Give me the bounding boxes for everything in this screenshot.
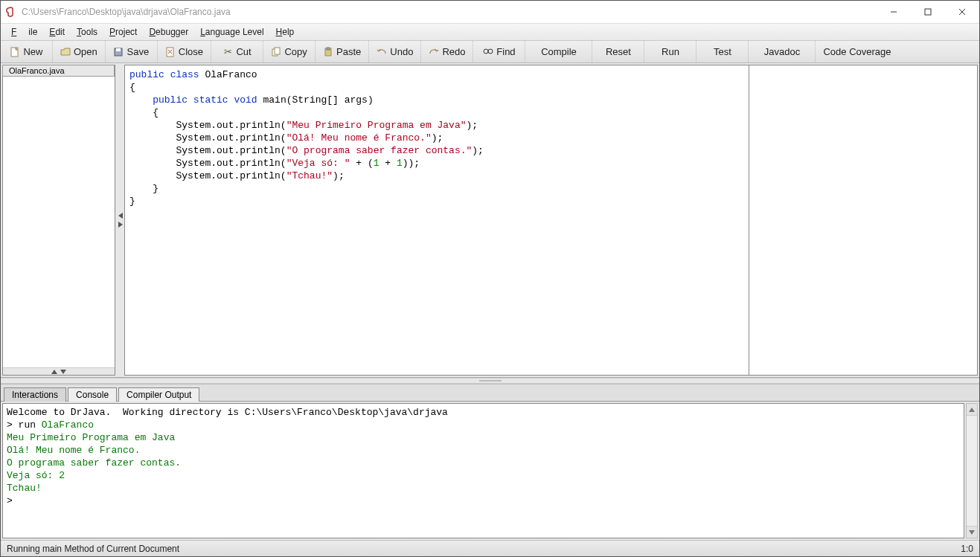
menubar: File Edit Tools Project Debugger Languag… [1, 23, 979, 41]
editor-gutter-right [749, 65, 978, 376]
menu-tools[interactable]: Tools [71, 27, 103, 37]
coverage-button[interactable]: Code Coverage [816, 41, 898, 62]
horizontal-splitter[interactable] [1, 378, 979, 384]
reset-button[interactable]: Reset [592, 41, 644, 62]
scroll-up-icon[interactable] [967, 404, 977, 416]
file-list-pane: OlaFranco.java [2, 65, 115, 376]
bottom-panel: Interactions Console Compiler Output Wel… [1, 384, 979, 540]
test-label: Test [714, 46, 731, 57]
menu-help[interactable]: Help [270, 27, 301, 37]
cut-icon: ✂ [222, 47, 233, 57]
svg-rect-6 [116, 48, 121, 51]
undo-button[interactable]: Undo [369, 41, 421, 62]
cut-button[interactable]: ✂Cut [211, 41, 263, 62]
svg-rect-11 [275, 48, 280, 54]
compile-label: Compile [541, 46, 577, 57]
paste-label: Paste [336, 46, 361, 57]
svg-rect-17 [479, 380, 502, 381]
open-icon [60, 47, 71, 57]
code-editor[interactable]: public class OlaFranco { public static v… [124, 65, 749, 376]
status-message: Running main Method of Current Document [7, 544, 179, 554]
toolbar: New Open Save Close ✂Cut Copy Paste Undo… [1, 41, 979, 63]
save-icon [113, 47, 124, 57]
paste-button[interactable]: Paste [316, 41, 369, 62]
main-split: OlaFranco.java public class OlaFranco { … [1, 63, 979, 378]
file-pane-toggle[interactable] [3, 367, 115, 375]
open-button[interactable]: Open [53, 41, 106, 62]
editor-wrap: public class OlaFranco { public static v… [124, 65, 978, 376]
app-icon [5, 6, 17, 18]
menu-debugger[interactable]: Debugger [143, 27, 194, 37]
find-label: Find [496, 46, 515, 57]
redo-icon [429, 47, 439, 57]
minimize-button[interactable] [877, 1, 911, 23]
svg-rect-1 [925, 9, 931, 15]
find-icon [483, 47, 493, 57]
status-bar: Running main Method of Current Document … [1, 540, 979, 556]
svg-line-3 [959, 9, 965, 15]
bottom-tabs: Interactions Console Compiler Output [1, 384, 979, 402]
scroll-down-icon[interactable] [967, 526, 977, 538]
javadoc-button[interactable]: Javadoc [749, 41, 816, 62]
svg-line-2 [959, 9, 965, 15]
new-icon [10, 47, 20, 57]
svg-rect-13 [327, 48, 330, 50]
tab-interactions[interactable]: Interactions [4, 387, 66, 402]
open-file-tab[interactable]: OlaFranco.java [2, 65, 115, 77]
menu-project[interactable]: Project [103, 27, 143, 37]
compile-button[interactable]: Compile [525, 41, 592, 62]
open-label: Open [74, 46, 97, 57]
new-button[interactable]: New [1, 41, 53, 62]
find-button[interactable]: Find [473, 41, 525, 62]
redo-label: Redo [442, 46, 465, 57]
tab-console[interactable]: Console [68, 387, 117, 402]
javadoc-label: Javadoc [764, 46, 800, 57]
undo-icon [377, 47, 387, 57]
console-scrollbar[interactable] [966, 403, 978, 538]
reset-label: Reset [606, 46, 631, 57]
run-button[interactable]: Run [644, 41, 696, 62]
close-file-icon [165, 47, 176, 57]
new-label: New [23, 46, 42, 57]
cut-label: Cut [236, 46, 251, 57]
undo-label: Undo [390, 46, 413, 57]
window-title: C:\Users\Franco\Desktop\java\drjava\OlaF… [22, 7, 877, 17]
svg-point-15 [488, 49, 493, 54]
interactions-console[interactable]: Welcome to DrJava. Working directory is … [2, 403, 964, 538]
test-button[interactable]: Test [696, 41, 749, 62]
copy-icon [271, 47, 281, 57]
run-label: Run [662, 46, 679, 57]
redo-button[interactable]: Redo [421, 41, 473, 62]
menu-file[interactable]: File [5, 27, 43, 37]
cursor-position: 1:0 [961, 544, 973, 554]
menu-language[interactable]: Language Level [194, 27, 269, 37]
vertical-splitter[interactable] [117, 63, 124, 377]
tab-compiler-output[interactable]: Compiler Output [118, 387, 199, 402]
menu-edit[interactable]: Edit [43, 27, 71, 37]
titlebar: C:\Users\Franco\Desktop\java\drjava\OlaF… [1, 1, 979, 23]
coverage-label: Code Coverage [823, 46, 891, 57]
copy-label: Copy [284, 46, 307, 57]
close-label: Close [179, 46, 203, 57]
copy-button[interactable]: Copy [263, 41, 316, 62]
svg-point-14 [484, 49, 488, 54]
close-tool-button[interactable]: Close [158, 41, 211, 62]
save-label: Save [126, 46, 149, 57]
maximize-button[interactable] [911, 1, 945, 23]
save-button[interactable]: Save [106, 41, 158, 62]
paste-icon [323, 47, 333, 57]
close-button[interactable] [945, 1, 979, 23]
